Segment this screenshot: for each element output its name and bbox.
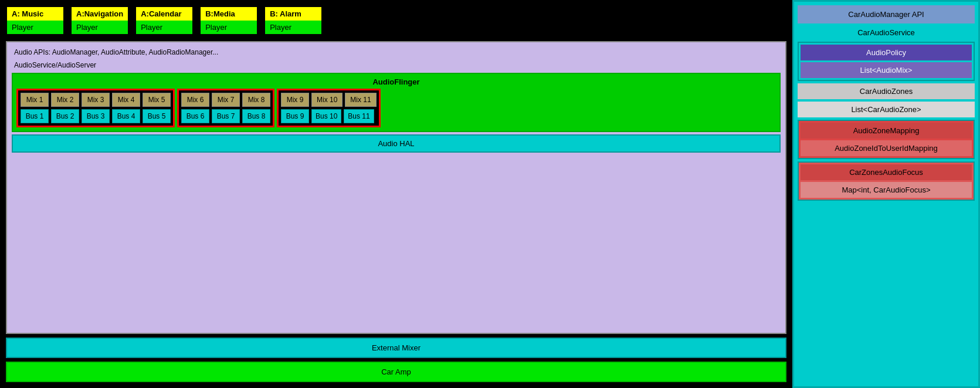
map-car-audio-focus: Map<int, CarAudioFocus> [801,182,972,198]
zone-box-1: Mix 1 Mix 2 Mix 3 Mix 4 Mix 5 Bus 1 Bus … [16,89,175,127]
player-label-a-calendar: Player [136,21,192,34]
app-player-a-calendar: A:Calendar Player [135,6,194,35]
app-label-b-media: B:Media [201,7,257,21]
audio-policy-group: AudioPolicy List<AudioMix> [798,42,975,81]
player-label-a-navigation: Player [72,21,128,34]
app-label-b-alarm: B: Alarm [265,7,321,21]
app-player-b-alarm: B: Alarm Player [264,6,323,35]
app-label-a-music: A: Music [7,7,63,21]
mix-item-2: Mix 2 [51,93,79,107]
bus-item-4: Bus 4 [112,109,140,123]
car-zones-audio-focus: CarZonesAudioFocus [801,164,972,180]
app-player-b-media: B:Media Player [199,6,258,35]
right-panel: CarAudioManager API CarAudioService Audi… [792,0,980,388]
audio-zone-id-mapping: AudioZoneIdToUserIdMapping [801,140,972,156]
car-audio-manager-api: CarAudioManager API [798,5,975,23]
audio-layers: Audio APIs: AudioManager, AudioAttribute… [6,41,786,334]
bus-item-6: Bus 6 [181,109,209,123]
bus-item-10: Bus 10 [311,109,341,123]
audio-apis-label: Audio APIs: AudioManager, AudioAttribute… [12,47,781,58]
mix-bus-zones: Mix 1 Mix 2 Mix 3 Mix 4 Mix 5 Bus 1 Bus … [16,89,776,127]
mix-row-2: Mix 6 Mix 7 Mix 8 [181,93,270,107]
audio-zone-mapping: AudioZoneMapping [801,123,972,139]
car-audio-zones: CarAudioZones [798,83,975,99]
app-players-row: A: Music Player A:Navigation Player A:Ca… [6,6,786,35]
audio-flinger-container: AudioFlinger Mix 1 Mix 2 Mix 3 Mix 4 Mix… [12,73,781,132]
app-label-a-calendar: A:Calendar [136,7,192,21]
mix-item-9: Mix 9 [281,93,309,107]
audio-flinger-label: AudioFlinger [16,77,776,86]
mix-item-3: Mix 3 [82,93,110,107]
bus-item-9: Bus 9 [281,109,309,123]
audio-hal-row: Audio HAL [12,134,781,153]
mix-item-1: Mix 1 [21,93,49,107]
list-car-audio-zone: List<CarAudioZone> [798,102,975,117]
mix-item-11: Mix 11 [345,93,376,107]
mix-row-1: Mix 1 Mix 2 Mix 3 Mix 4 Mix 5 [21,93,171,107]
player-label-b-alarm: Player [265,21,321,34]
bus-item-8: Bus 8 [242,109,270,123]
player-label-b-media: Player [201,21,257,34]
list-audio-mix: List<AudioMix> [801,62,972,78]
bus-item-5: Bus 5 [143,109,171,123]
bus-row-3: Bus 9 Bus 10 Bus 11 [281,109,377,123]
mix-item-6: Mix 6 [181,93,209,107]
mix-item-7: Mix 7 [212,93,240,107]
external-mixer-row: External Mixer [6,338,786,358]
zone-box-2: Mix 6 Mix 7 Mix 8 Bus 6 Bus 7 Bus 8 [177,89,274,127]
bus-item-2: Bus 2 [51,109,79,123]
zone-box-3: Mix 9 Mix 10 Mix 11 Bus 9 Bus 10 Bus 11 [277,89,381,127]
bus-item-11: Bus 11 [344,109,374,123]
player-label-a-music: Player [7,21,63,34]
bus-item-3: Bus 3 [82,109,110,123]
bus-item-1: Bus 1 [21,109,49,123]
car-audio-service-label: CarAudioService [798,26,975,39]
car-amp-row: Car Amp [6,362,786,382]
bus-row-2: Bus 6 Bus 7 Bus 8 [181,109,270,123]
app-player-a-navigation: A:Navigation Player [70,6,129,35]
audio-zone-mapping-group: AudioZoneMapping AudioZoneIdToUserIdMapp… [798,120,975,159]
mix-item-10: Mix 10 [311,93,343,107]
audio-policy: AudioPolicy [801,45,972,60]
mix-row-3: Mix 9 Mix 10 Mix 11 [281,93,377,107]
app-player-a-music: A: Music Player [6,6,65,35]
audio-service-label: AudioService/AudioServer [12,60,781,70]
mix-item-8: Mix 8 [242,93,270,107]
car-zones-audio-focus-group: CarZonesAudioFocus Map<int, CarAudioFocu… [798,161,975,201]
app-label-a-navigation: A:Navigation [72,7,128,21]
main-area: A: Music Player A:Navigation Player A:Ca… [0,0,792,388]
mix-item-4: Mix 4 [112,93,140,107]
mix-item-5: Mix 5 [143,93,171,107]
bus-row-1: Bus 1 Bus 2 Bus 3 Bus 4 Bus 5 [21,109,171,123]
bus-item-7: Bus 7 [212,109,240,123]
